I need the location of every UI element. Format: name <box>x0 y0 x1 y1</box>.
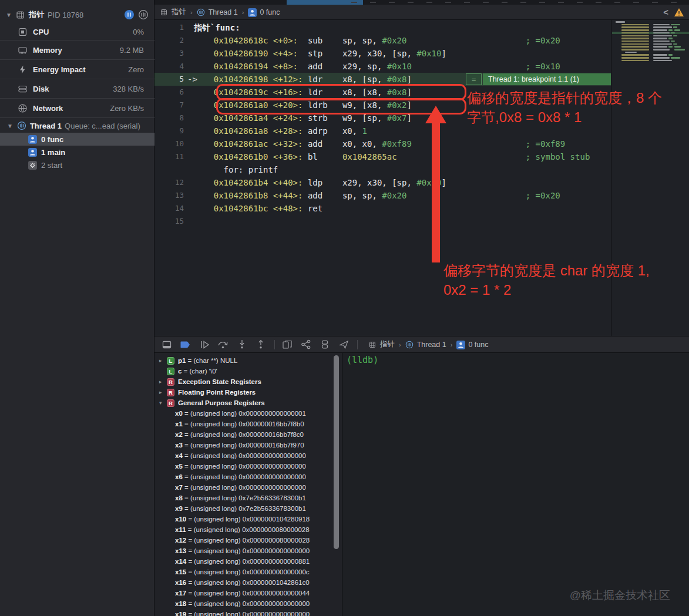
breadcrumb-item[interactable]: 0 func <box>260 8 280 16</box>
line-number[interactable]: 6 <box>154 86 184 99</box>
code-line-wrap[interactable]: for: printf <box>154 163 611 176</box>
register-x6[interactable]: x6 = (unsigned long) 0x0000000000000000 <box>154 472 342 482</box>
memory-graph-icon[interactable] <box>300 339 312 351</box>
type-badge-R: R <box>167 389 174 396</box>
register-x16[interactable]: x16 = (unsigned long) 0x00000001042861c0 <box>154 577 342 588</box>
register-x1[interactable]: x1 = (unsigned long) 0x000000016bb7f8b0 <box>154 419 342 429</box>
code-line-10[interactable]: 10 0x1042861ac <+32>: add x0, x0, #0xf89… <box>154 137 611 150</box>
threads-view-icon[interactable] <box>138 9 149 20</box>
scrollbar-thumb[interactable] <box>334 355 339 549</box>
step-out-icon[interactable] <box>254 339 267 351</box>
toolbar-separator <box>274 340 275 349</box>
line-number[interactable]: 3 <box>154 47 184 60</box>
code-line-12[interactable]: 12 0x1042861b4 <+40>: ldp x29, x30, [sp,… <box>154 176 611 189</box>
register-x0[interactable]: x0 = (unsigned long) 0x0000000000000001 <box>154 408 342 419</box>
chevron-down-icon[interactable]: ▼ <box>6 12 12 18</box>
line-number[interactable]: 14 <box>154 202 184 215</box>
tab-strip[interactable] <box>154 0 689 5</box>
toolbar-separator <box>357 340 358 349</box>
register-x2[interactable]: x2 = (unsigned long) 0x000000016bb7f8c0 <box>154 429 342 440</box>
register-x3[interactable]: x3 = (unsigned long) 0x000000016bb7f970 <box>154 440 342 450</box>
tab-separators <box>351 2 689 3</box>
register-x15[interactable]: x15 = (unsigned long) 0x000000000000000c <box>154 567 342 577</box>
line-number[interactable]: 7 <box>154 99 184 112</box>
code-line-14[interactable]: 14 0x1042861bc <+48>: ret <box>154 202 611 215</box>
hide-debug-area-icon[interactable] <box>160 339 173 351</box>
disclosure-triangle-icon[interactable]: ▸ <box>159 379 167 385</box>
variable-c[interactable]: Lc = (char) '\0' <box>154 366 342 376</box>
code-line-4[interactable]: 4 0x104286194 <+8>: add x29, sp, #0x10 ;… <box>154 60 611 73</box>
register-x12[interactable]: x12 = (unsigned long) 0x0000000080000028 <box>154 535 342 546</box>
gauge-row-disk[interactable]: Disk328 KB/s <box>0 79 154 99</box>
editor-corner-controls: < <box>663 7 684 17</box>
line-number[interactable]: 12 <box>154 176 184 189</box>
pause-badge-icon[interactable] <box>124 9 135 20</box>
register-x11[interactable]: x11 = (unsigned long) 0x0000000080000028 <box>154 524 342 535</box>
line-number[interactable]: 9 <box>154 124 184 137</box>
register-group-general-purpose-registers[interactable]: ▾RGeneral Purpose Registers <box>154 398 342 408</box>
continue-icon[interactable] <box>198 339 211 351</box>
warning-triangle-icon[interactable] <box>674 8 684 17</box>
breadcrumb-item[interactable]: Thread 1 <box>417 341 446 349</box>
register-x9[interactable]: x9 = (unsigned long) 0x7e2b5633678300b1 <box>154 503 342 514</box>
stack-frames-icon[interactable] <box>318 339 331 351</box>
breadcrumb-item[interactable]: 0 func <box>468 341 488 349</box>
breakpoints-toggle-icon[interactable] <box>179 339 192 351</box>
view-hierarchy-icon[interactable] <box>281 339 294 351</box>
register-x14[interactable]: x14 = (unsigned long) 0x0000000000000881 <box>154 556 342 567</box>
breadcrumb-item[interactable]: 指针 <box>172 7 186 17</box>
disclosure-triangle-icon[interactable]: ▾ <box>159 400 167 406</box>
register-x17[interactable]: x17 = (unsigned long) 0x0000000000000044 <box>154 588 342 598</box>
chevron-down-icon[interactable]: ▼ <box>7 123 13 129</box>
register-group-floating-point-registers[interactable]: ▸RFloating Point Registers <box>154 387 342 398</box>
line-number[interactable]: 5 <box>154 73 184 86</box>
variable-p1[interactable]: ▸Lp1 = (char **) NULL <box>154 355 342 366</box>
gauge-list: CPU0%Memory9.2 MBEnergy ImpactZeroDisk32… <box>0 23 154 118</box>
stack-frame-0-func[interactable]: 0 func <box>0 133 154 146</box>
gauge-row-memory[interactable]: Memory9.2 MB <box>0 41 154 60</box>
gauge-row-energy-impact[interactable]: Energy ImpactZero <box>0 60 154 79</box>
breakpoint-equals-chip[interactable]: = <box>466 73 482 85</box>
code-line-3[interactable]: 3 0x104286190 <+4>: stp x29, x30, [sp, #… <box>154 47 611 60</box>
process-row[interactable]: ▼ 指针 PID 18768 <box>0 7 154 22</box>
line-number[interactable]: 4 <box>154 60 184 73</box>
code-line-1[interactable]: 1指针`func: <box>154 21 611 34</box>
breakpoint-badge[interactable]: Thread 1: breakpoint 1.1 (1) <box>483 73 611 85</box>
register-x10[interactable]: x10 = (unsigned long) 0x0000000104280918 <box>154 514 342 524</box>
lldb-console[interactable]: (lldb) @稀土掘金技术社区 <box>342 353 689 616</box>
stack-frame-2-start[interactable]: 2 start <box>0 159 154 171</box>
line-number[interactable]: 1 <box>154 21 184 34</box>
thread-row[interactable]: ▼ Thread 1 Queue: c...ead (serial) <box>0 119 154 133</box>
line-number[interactable]: 8 <box>154 112 184 124</box>
register-x8[interactable]: x8 = (unsigned long) 0x7e2b5633678300b1 <box>154 493 342 503</box>
code-line-11[interactable]: 11 0x1042861b0 <+36>: bl 0x1042865ac ; s… <box>154 150 611 163</box>
code-line-15[interactable]: 15 <box>154 215 611 228</box>
register-group-exception-state-registers[interactable]: ▸RException State Registers <box>154 376 342 387</box>
person-icon <box>28 135 37 144</box>
line-number[interactable]: 10 <box>154 137 184 150</box>
disclosure-triangle-icon[interactable]: ▸ <box>159 389 167 395</box>
stack-frame-1-main[interactable]: 1 main <box>0 146 154 159</box>
disclosure-triangle-icon[interactable]: ▸ <box>159 358 167 363</box>
register-x18[interactable]: x18 = (unsigned long) 0x0000000000000000 <box>154 598 342 609</box>
minimap[interactable] <box>612 19 689 63</box>
gauge-row-cpu[interactable]: CPU0% <box>0 23 154 41</box>
code-line-13[interactable]: 13 0x1042861b8 <+44>: add sp, sp, #0x20 … <box>154 189 611 202</box>
gauge-row-network[interactable]: NetworkZero KB/s <box>0 99 154 118</box>
line-number[interactable]: 13 <box>154 189 184 202</box>
register-x5[interactable]: x5 = (unsigned long) 0x0000000000000000 <box>154 461 342 472</box>
register-x4[interactable]: x4 = (unsigned long) 0x0000000000000000 <box>154 450 342 461</box>
simulate-location-icon[interactable] <box>337 339 350 351</box>
step-into-icon[interactable] <box>236 339 248 351</box>
breadcrumb-item[interactable]: 指针 <box>380 339 395 349</box>
line-number[interactable]: 2 <box>154 34 184 47</box>
step-over-icon[interactable] <box>217 339 230 351</box>
code-line-2[interactable]: 2 0x10428618c <+0>: sub sp, sp, #0x20 ; … <box>154 34 611 47</box>
back-chevron-icon[interactable]: < <box>663 7 668 17</box>
breadcrumb-item[interactable]: Thread 1 <box>209 8 238 16</box>
line-number[interactable]: 15 <box>154 215 184 228</box>
register-x13[interactable]: x13 = (unsigned long) 0x0000000000000000 <box>154 546 342 556</box>
line-number[interactable]: 11 <box>154 150 184 163</box>
register-x7[interactable]: x7 = (unsigned long) 0x0000000000000000 <box>154 482 342 493</box>
register-x19[interactable]: x19 = (unsigned long) 0x0000000000000000 <box>154 609 342 616</box>
